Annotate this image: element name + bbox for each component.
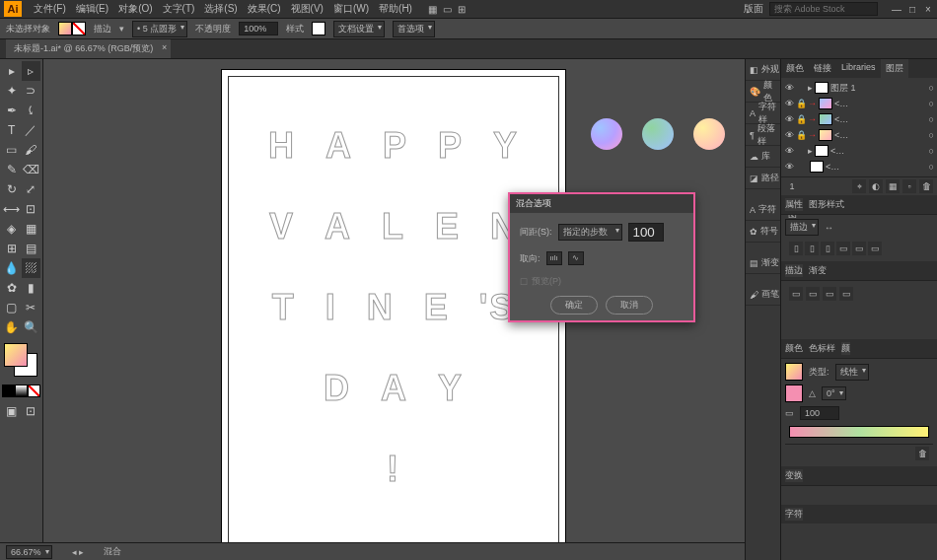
type-tool[interactable]: T: [2, 120, 22, 140]
opacity-input[interactable]: 100%: [239, 22, 278, 35]
style-swatch[interactable]: [312, 22, 325, 35]
pen-tool[interactable]: ✒: [2, 101, 22, 120]
screen-mode-tool[interactable]: ▣: [2, 401, 22, 421]
menu-view[interactable]: 视图(V): [287, 0, 327, 18]
free-transform-tool[interactable]: ⊡: [22, 199, 41, 219]
change-screen-tool[interactable]: ⊡: [22, 401, 41, 421]
layers-panel-tabs: 颜色 链接 Libraries 图层: [781, 59, 937, 78]
tab-layers[interactable]: 图层: [881, 59, 908, 78]
line-tool[interactable]: ／: [22, 120, 41, 140]
flip-icon[interactable]: ↔: [825, 223, 833, 233]
shaper-tool[interactable]: ✎: [2, 160, 22, 179]
trash-icon[interactable]: 🗑: [915, 447, 929, 460]
document-tab[interactable]: 未标题-1.ai* @ 66.67% (RGB/预览)×: [6, 39, 171, 58]
layer-row[interactable]: 👁▸<…○: [781, 143, 937, 159]
zoom-dropdown[interactable]: 66.67%: [6, 545, 52, 559]
align-icon[interactable]: ▯: [789, 242, 803, 255]
spacing-value-input[interactable]: [628, 223, 664, 242]
gradient-tool[interactable]: ▤: [22, 239, 41, 258]
opacity-label: 不透明度: [195, 23, 231, 35]
blend-tool[interactable]: ⛆: [22, 258, 41, 278]
mesh-tool[interactable]: ⊞: [2, 239, 22, 258]
prefs-button[interactable]: 首选项: [393, 21, 435, 37]
new-layer-icon[interactable]: ▫: [902, 179, 916, 193]
stroke-profile-dropdown[interactable]: • 5 点圆形: [132, 21, 187, 37]
selection-tool[interactable]: ▸: [2, 61, 22, 81]
graph-tool[interactable]: ▮: [22, 278, 41, 298]
stroke-weight-dropdown[interactable]: 描边: [785, 219, 819, 236]
curvature-tool[interactable]: ⤹: [22, 101, 41, 120]
menu-select[interactable]: 选择(S): [200, 0, 241, 18]
dock-character[interactable]: A 字符: [746, 199, 780, 221]
width-tool[interactable]: ⟷: [2, 199, 22, 219]
perspective-tool[interactable]: ▦: [22, 219, 41, 239]
color-mode-buttons[interactable]: [2, 385, 40, 397]
minimize-icon[interactable]: —: [892, 4, 901, 15]
layer-row[interactable]: 👁🔒→<…○: [781, 96, 937, 111]
orientation-label: 取向:: [520, 252, 541, 265]
orient-page-icon[interactable]: ıılı: [546, 251, 562, 265]
ok-button[interactable]: 确定: [550, 296, 598, 315]
slice-tool[interactable]: ✂: [22, 298, 41, 317]
gradient-slider[interactable]: [789, 426, 929, 438]
spacing-mode-dropdown[interactable]: 指定的步数: [558, 224, 622, 241]
menu-help[interactable]: 帮助(H): [375, 0, 416, 18]
new-sublayer-icon[interactable]: ▦: [886, 179, 900, 193]
dock-symbols[interactable]: ✿ 符号: [746, 221, 780, 243]
docsetup-button[interactable]: 文档设置: [333, 21, 385, 37]
layer-row[interactable]: 👁🔒→<…○: [781, 111, 937, 127]
lasso-tool[interactable]: ⊃: [22, 81, 41, 101]
eraser-tool[interactable]: ⌫: [22, 160, 41, 179]
artboard-tool[interactable]: ▢: [2, 298, 22, 317]
menu-file[interactable]: 文件(F): [30, 0, 70, 18]
search-input[interactable]: [769, 2, 878, 16]
dock-brushes[interactable]: 🖌 画笔: [746, 284, 780, 306]
app-icon: Ai: [4, 1, 22, 17]
hand-tool[interactable]: ✋: [2, 317, 22, 337]
layout-label[interactable]: 版面: [744, 2, 763, 16]
zoom-tool[interactable]: 🔍: [22, 317, 41, 337]
magic-wand-tool[interactable]: ✦: [2, 81, 22, 101]
gradient-circles[interactable]: [591, 118, 725, 150]
transform-panel[interactable]: 变换: [785, 469, 803, 482]
locate-icon[interactable]: ⌖: [852, 179, 866, 193]
dock-gradient[interactable]: ▤ 渐变: [746, 252, 780, 274]
bridge-icon[interactable]: ▦: [428, 4, 437, 15]
menu-edit[interactable]: 编辑(E): [72, 0, 112, 18]
fill-stroke-swatches[interactable]: [58, 22, 86, 35]
layer-row[interactable]: 👁🔒→<…○: [781, 127, 937, 143]
menu-type[interactable]: 文字(T): [159, 0, 199, 18]
symbol-tool[interactable]: ✿: [2, 278, 22, 298]
gradient-type-dropdown[interactable]: 线性: [835, 364, 869, 381]
close-icon[interactable]: ×: [923, 4, 933, 15]
shape-builder-tool[interactable]: ◈: [2, 219, 22, 239]
dock-pathfinder[interactable]: ◪ 路径: [746, 168, 780, 189]
angle-input[interactable]: 0°: [822, 386, 846, 400]
tab-close-icon[interactable]: ×: [162, 42, 167, 52]
maximize-icon[interactable]: □: [907, 4, 917, 15]
direct-select-tool[interactable]: ▹: [22, 61, 41, 81]
mask-icon[interactable]: ◐: [869, 179, 883, 193]
delete-layer-icon[interactable]: 🗑: [919, 179, 933, 193]
menu-object[interactable]: 对象(O): [114, 0, 156, 18]
menu-window[interactable]: 窗口(W): [329, 0, 373, 18]
preview-checkbox[interactable]: ☐预览(P): [520, 275, 684, 288]
layer-row[interactable]: 👁▸图层 1○: [781, 80, 937, 96]
rotate-tool[interactable]: ↻: [2, 179, 22, 199]
grid-icon[interactable]: ⊞: [458, 4, 466, 15]
scale-tool[interactable]: ⤢: [22, 179, 41, 199]
eyedropper-tool[interactable]: 💧: [2, 258, 22, 278]
dock-para-styles[interactable]: ¶ 段落样: [746, 124, 780, 146]
menu-effect[interactable]: 效果(C): [244, 0, 285, 18]
rectangle-tool[interactable]: ▭: [2, 140, 22, 160]
fill-stroke-indicator[interactable]: [2, 343, 40, 383]
status-bar: 66.67% ◂ ▸ 混合: [0, 542, 745, 560]
cancel-button[interactable]: 取消: [606, 296, 653, 315]
arrange-icon[interactable]: ▭: [443, 4, 452, 15]
brush-tool[interactable]: 🖌: [22, 140, 41, 160]
layer-row[interactable]: 👁<…○: [781, 159, 937, 175]
orient-path-icon[interactable]: ∿: [568, 251, 584, 265]
character-panel[interactable]: 字符: [785, 508, 803, 521]
gradient-opacity-input[interactable]: 100: [800, 406, 839, 420]
dock-libraries[interactable]: ☁ 库: [746, 146, 780, 168]
